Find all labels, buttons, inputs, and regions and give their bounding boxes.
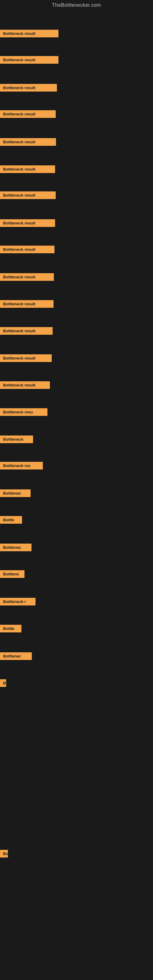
bottleneck-item-1[interactable]: Bottleneck result [0, 28, 59, 39]
bottleneck-item-7[interactable]: Bottleneck result [0, 189, 56, 200]
bottleneck-badge-13: Bottleneck result [0, 354, 52, 362]
bottleneck-badge-10: Bottleneck result [0, 273, 54, 281]
bottleneck-item-13[interactable]: Bottleneck result [0, 353, 52, 364]
bottleneck-badge-17: Bottleneck res [0, 462, 43, 469]
bottleneck-badge-1: Bottleneck result [0, 30, 59, 37]
bottleneck-item-20[interactable]: Bottlenec [0, 542, 32, 553]
bottleneck-badge-12: Bottleneck result [0, 327, 53, 335]
bottleneck-badge-25: B [0, 679, 6, 687]
bottleneck-badge-22: Bottleneck r [0, 598, 35, 605]
bottleneck-item-22[interactable]: Bottleneck r [0, 596, 35, 607]
bottleneck-item-3[interactable]: Bottleneck result [0, 82, 57, 93]
bottleneck-badge-9: Bottleneck result [0, 246, 54, 253]
bottleneck-item-16[interactable]: Bottleneck [0, 434, 33, 445]
bottleneck-item-2[interactable]: Bottleneck result [0, 54, 59, 65]
bottleneck-item-5[interactable]: Bottleneck result [0, 136, 56, 147]
bottleneck-badge-5: Bottleneck result [0, 138, 56, 146]
bottleneck-badge-19: Bottle [0, 516, 22, 524]
bottleneck-badge-16: Bottleneck [0, 436, 33, 443]
bottleneck-badge-24: Bottlenec [0, 652, 32, 660]
bottleneck-badge-18: Bottlenec [0, 489, 30, 497]
bottleneck-badge-14: Bottleneck result [0, 381, 50, 389]
bottleneck-item-6[interactable]: Bottleneck result [0, 164, 55, 175]
bottleneck-item-24[interactable]: Bottlenec [0, 651, 32, 662]
bottleneck-item-4[interactable]: Bottleneck result [0, 108, 56, 119]
bottleneck-item-21[interactable]: Bottlene [0, 568, 24, 579]
bottleneck-badge-8: Bottleneck result [0, 219, 55, 227]
bottleneck-item-17[interactable]: Bottleneck res [0, 460, 43, 471]
bottleneck-badge-6: Bottleneck result [0, 165, 55, 173]
site-title: TheBottlenecker.com [0, 0, 153, 10]
bottleneck-badge-21: Bottlene [0, 570, 24, 578]
bottleneck-item-25[interactable]: B [0, 678, 6, 689]
bottleneck-item-12[interactable]: Bottleneck result [0, 325, 53, 336]
bottleneck-badge-11: Bottleneck result [0, 300, 54, 308]
bottleneck-item-11[interactable]: Bottleneck result [0, 298, 54, 309]
bottleneck-item-9[interactable]: Bottleneck result [0, 244, 54, 255]
bottleneck-badge-7: Bottleneck result [0, 191, 56, 199]
bottleneck-badge-26: Bo [0, 850, 8, 858]
bottleneck-item-10[interactable]: Bottleneck result [0, 271, 54, 282]
bottleneck-badge-15: Bottleneck resu [0, 408, 48, 416]
bottleneck-badge-2: Bottleneck result [0, 56, 59, 64]
bottleneck-item-23[interactable]: Bottle [0, 623, 21, 634]
bottleneck-badge-20: Bottlenec [0, 544, 32, 551]
bottleneck-badge-4: Bottleneck result [0, 110, 56, 118]
bottleneck-item-19[interactable]: Bottle [0, 514, 22, 525]
bottleneck-badge-3: Bottleneck result [0, 84, 57, 92]
bottleneck-item-14[interactable]: Bottleneck result [0, 379, 50, 390]
bottleneck-item-15[interactable]: Bottleneck resu [0, 406, 48, 417]
bottleneck-item-18[interactable]: Bottlenec [0, 488, 30, 499]
bottleneck-badge-23: Bottle [0, 625, 21, 632]
bottleneck-item-26[interactable]: Bo [0, 848, 8, 859]
bottleneck-item-8[interactable]: Bottleneck result [0, 218, 55, 229]
